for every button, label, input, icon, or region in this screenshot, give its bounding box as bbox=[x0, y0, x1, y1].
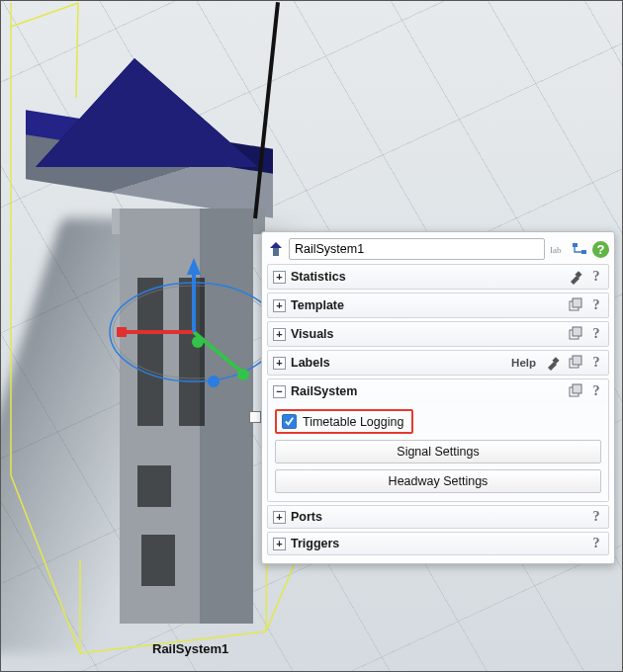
section-title[interactable]: Visuals bbox=[291, 327, 334, 341]
section-title[interactable]: Labels bbox=[291, 356, 330, 370]
tree-icon[interactable] bbox=[571, 240, 588, 258]
properties-panel: Iab ? + Statistics ? + Template ? + Visu… bbox=[261, 231, 615, 564]
svg-text:Iab: Iab bbox=[550, 245, 562, 255]
svg-rect-27 bbox=[573, 327, 581, 336]
section-title[interactable]: Ports bbox=[291, 510, 322, 524]
section-help-icon[interactable]: ? bbox=[589, 297, 603, 313]
pin-icon[interactable] bbox=[544, 354, 562, 372]
object-name-input[interactable] bbox=[289, 238, 545, 260]
section-title[interactable]: RailSystem bbox=[291, 384, 357, 398]
object-label: RailSystem1 bbox=[152, 641, 228, 656]
svg-rect-21 bbox=[573, 243, 578, 247]
section-template: + Template ? bbox=[267, 293, 609, 318]
timetable-logging-label: Timetable Logging bbox=[303, 415, 403, 429]
collapse-toggle[interactable]: − bbox=[273, 385, 286, 398]
section-help-icon[interactable]: ? bbox=[589, 269, 603, 285]
signal-settings-button[interactable]: Signal Settings bbox=[275, 440, 601, 463]
svg-rect-32 bbox=[573, 384, 581, 393]
section-statistics: + Statistics ? bbox=[267, 264, 609, 290]
svg-marker-16 bbox=[187, 258, 201, 275]
expand-toggle[interactable]: + bbox=[273, 271, 286, 284]
rename-icon[interactable]: Iab bbox=[549, 240, 567, 258]
svg-point-13 bbox=[237, 369, 249, 380]
expand-toggle[interactable]: + bbox=[273, 511, 286, 524]
section-railsystem: − RailSystem ? Timetable Logging Signal … bbox=[267, 378, 609, 502]
help-label[interactable]: Help bbox=[511, 357, 536, 369]
expand-toggle[interactable]: + bbox=[273, 357, 286, 370]
expand-toggle[interactable]: + bbox=[273, 538, 286, 550]
help-icon[interactable]: ? bbox=[592, 241, 609, 258]
svg-line-3 bbox=[11, 475, 80, 653]
popout-icon[interactable] bbox=[567, 296, 584, 314]
section-ports: + Ports ? bbox=[267, 505, 609, 529]
pin-icon[interactable] bbox=[567, 268, 584, 286]
headway-settings-button[interactable]: Headway Settings bbox=[275, 469, 601, 493]
panel-header: Iab ? bbox=[267, 236, 609, 264]
section-visuals: + Visuals ? bbox=[267, 321, 609, 347]
svg-marker-19 bbox=[270, 242, 282, 248]
svg-rect-25 bbox=[573, 298, 581, 307]
section-labels: + Labels Help ? bbox=[267, 350, 609, 376]
section-help-icon[interactable]: ? bbox=[589, 326, 603, 342]
section-title[interactable]: Statistics bbox=[291, 270, 346, 284]
timetable-logging-highlight: Timetable Logging bbox=[275, 409, 413, 434]
svg-point-17 bbox=[208, 376, 220, 387]
section-title[interactable]: Template bbox=[291, 298, 344, 312]
section-help-icon[interactable]: ? bbox=[589, 509, 603, 525]
svg-rect-22 bbox=[581, 250, 586, 254]
svg-point-14 bbox=[192, 336, 204, 348]
section-help-icon[interactable]: ? bbox=[589, 383, 603, 399]
svg-rect-11 bbox=[117, 327, 127, 337]
section-help-icon[interactable]: ? bbox=[589, 536, 603, 551]
section-title[interactable]: Triggers bbox=[291, 537, 339, 550]
expand-toggle[interactable]: + bbox=[273, 299, 286, 312]
svg-line-2 bbox=[11, 3, 78, 27]
popout-icon[interactable] bbox=[567, 325, 584, 343]
expand-toggle[interactable]: + bbox=[273, 328, 286, 341]
popout-icon[interactable] bbox=[567, 354, 584, 372]
svg-line-1 bbox=[76, 3, 78, 98]
viewport-marker bbox=[249, 411, 261, 423]
object-type-icon bbox=[267, 240, 285, 258]
svg-rect-18 bbox=[273, 247, 279, 256]
section-help-icon[interactable]: ? bbox=[589, 355, 603, 371]
section-triggers: + Triggers ? bbox=[267, 532, 609, 555]
popout-icon[interactable] bbox=[567, 382, 584, 400]
timetable-logging-checkbox[interactable] bbox=[282, 414, 297, 429]
svg-rect-30 bbox=[573, 356, 581, 365]
